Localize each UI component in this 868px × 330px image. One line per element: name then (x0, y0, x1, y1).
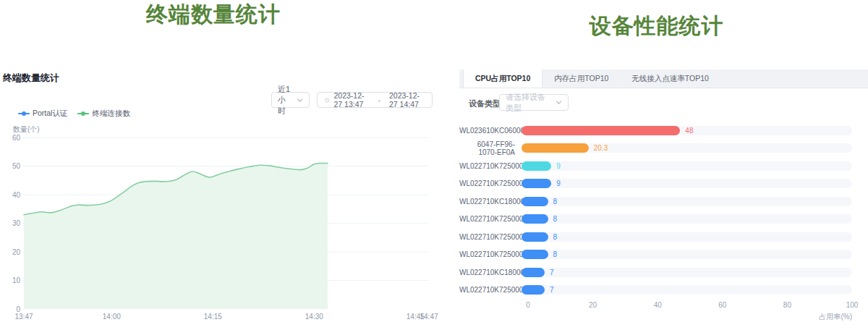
chevron-down-icon (297, 97, 303, 103)
x-axis-tick: 14:30 (305, 313, 323, 321)
bar-row: WL022710K7250002728 (459, 211, 852, 229)
bar-row: WL022710K7250004707 (459, 282, 852, 300)
device-id-label: WL022710K725000470 (459, 286, 522, 294)
usage-bar (522, 179, 551, 188)
y-axis-tick: 40 (12, 191, 21, 199)
bar-row: WL023610KC0600004348 (459, 122, 852, 140)
clock-icon (325, 96, 330, 104)
x-axis-tick: 40 (654, 301, 662, 309)
bar-row: WL022710K7250003078 (459, 228, 852, 246)
device-type-label: 设备类型 (469, 98, 501, 109)
bar-track: 7 (522, 285, 852, 295)
bar-track: 7 (522, 268, 852, 277)
bar-track: 8 (522, 232, 852, 242)
bar-track: 8 (522, 214, 852, 224)
tab-2[interactable]: 无线接入点速率TOP10 (620, 69, 720, 88)
device-id-label: WL022710KC18000372 (459, 268, 522, 276)
bar-value-label: 7 (550, 268, 554, 276)
x-axis-tick: 80 (783, 301, 791, 309)
area-fill (24, 163, 328, 309)
line-panel-title: 终端数量统计 (3, 72, 59, 85)
bar-row: 6047-FF96-1070-EF0A20.3 (459, 140, 852, 158)
bar-track: 8 (522, 197, 852, 206)
x-axis-tick: 0 (526, 301, 530, 309)
bar-value-label: 7 (550, 286, 554, 294)
bar-value-label: 9 (556, 179, 561, 187)
bar-value-label: 48 (685, 127, 693, 135)
x-axis-tick: 14:47 (420, 313, 438, 321)
chevron-down-icon (556, 99, 562, 106)
bar-x-axis-title: 占用率(%) (819, 312, 852, 322)
legend-label: Portal认证 (33, 109, 67, 119)
bar-value-label: 8 (553, 198, 558, 206)
legend-item-1[interactable]: 终端连接数 (77, 109, 130, 119)
device-type-select[interactable]: 请选择设备类型 (499, 94, 569, 111)
legend-item-0[interactable]: Portal认证 (18, 109, 67, 119)
date-range-start: 2023-12-27 13:47 (334, 91, 370, 109)
bar-track: 8 (522, 250, 852, 259)
device-id-label: WL022710K725000409 (459, 179, 522, 187)
date-range-picker[interactable]: 2023-12-27 13:47 - 2023-12-27 14:47 (317, 92, 433, 108)
bar-row: WL022710KC180003727 (459, 263, 852, 282)
device-id-label: WL022710K725000369 (459, 250, 522, 258)
bar-track: 20.3 (522, 143, 852, 153)
usage-bar (522, 285, 545, 295)
bar-row: WL022710K7250001029 (459, 157, 852, 175)
bar-value-label: 20.3 (594, 144, 608, 152)
tab-1[interactable]: 内存占用TOP10 (542, 69, 620, 88)
device-id-label: WL022710KC18000280 (459, 198, 522, 206)
x-axis-tick: 14:00 (103, 313, 121, 321)
x-axis-tick: 100 (846, 301, 859, 309)
usage-bar (522, 250, 548, 259)
date-range-end: 2023-12-27 14:47 (389, 91, 425, 109)
device-id-label: WL022710K725000102 (459, 162, 522, 170)
bar-track: 9 (522, 179, 852, 188)
usage-bar (522, 161, 551, 171)
bar-value-label: 9 (556, 162, 561, 170)
x-axis-tick: 20 (589, 301, 597, 309)
bar-row: WL022710KC180002808 (459, 192, 852, 211)
device-type-placeholder: 请选择设备类型 (506, 92, 551, 114)
usage-bar (522, 232, 548, 242)
cpu-top10-bar-chart: WL023610KC06000043486047-FF96-1070-EF0A2… (459, 122, 852, 330)
device-id-label: WL023610KC06000043 (459, 127, 522, 135)
bar-value-label: 8 (553, 233, 558, 241)
bar-value-label: 8 (553, 215, 558, 223)
usage-bar (522, 143, 589, 153)
y-axis-tick: 0 (16, 305, 20, 313)
y-axis-tick: 20 (12, 248, 21, 256)
bar-value-label: 8 (553, 250, 558, 258)
x-axis-tick: 60 (718, 301, 726, 309)
y-axis-tick: 60 (12, 134, 21, 142)
terminal-count-section-title: 终端数量统计 (0, 0, 427, 30)
bar-track: 9 (522, 161, 852, 171)
bar-row: WL022710K7250003698 (459, 246, 852, 264)
device-performance-section-title: 设备性能统计 (448, 12, 864, 41)
legend-label: 终端连接数 (92, 109, 130, 119)
usage-bar (522, 268, 545, 277)
bar-track: 48 (522, 126, 852, 135)
time-range-select-value: 近1小时 (278, 84, 292, 117)
bar-x-axis: 020406080100 (459, 301, 852, 311)
usage-bar (522, 126, 680, 135)
bar-row: WL022710K7250004099 (459, 175, 852, 193)
x-axis-tick: 14:15 (204, 313, 222, 321)
legend-line-dot-marker (18, 111, 30, 117)
line-chart-legend: Portal认证终端连接数 (18, 109, 130, 119)
date-range-separator: - (374, 96, 386, 104)
y-axis-tick: 50 (12, 162, 21, 170)
time-range-select[interactable]: 近1小时 (271, 92, 310, 108)
x-axis-tick: 13:47 (14, 313, 33, 321)
terminal-count-area-chart: 010203040506013:4714:0014:1514:3014:4514… (0, 130, 443, 330)
tab-0[interactable]: CPU占用TOP10 (463, 69, 542, 88)
monitoring-dashboard: 终端数量统计 设备性能统计 终端数量统计 近1小时 2023-12-27 13:… (0, 0, 868, 330)
device-id-label: WL022710K725000272 (459, 215, 522, 223)
y-axis-tick: 30 (12, 219, 21, 227)
device-id-label: WL022710K725000307 (459, 233, 522, 241)
device-id-label: 6047-FF96-1070-EF0A (459, 140, 522, 156)
usage-bar (522, 214, 548, 224)
usage-bar (522, 197, 548, 206)
y-axis-tick: 10 (12, 276, 21, 284)
legend-line-dot-marker (77, 111, 89, 117)
performance-tabs: CPU占用TOP10内存占用TOP10无线接入点速率TOP10 (459, 69, 868, 88)
